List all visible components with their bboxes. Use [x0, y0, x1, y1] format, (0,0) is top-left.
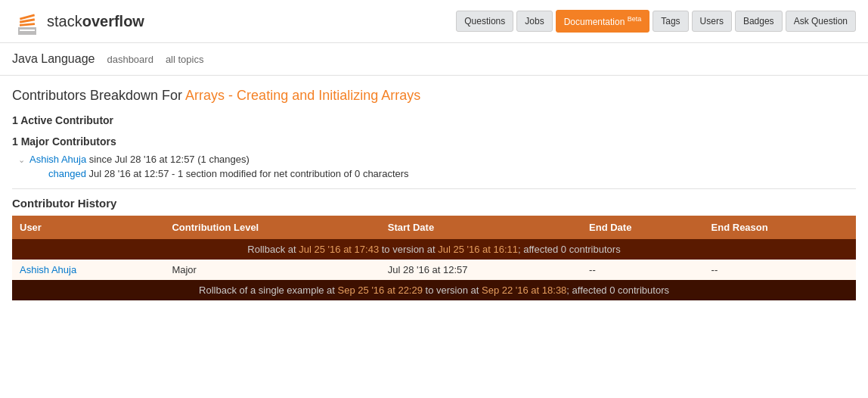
- nav-badges[interactable]: Badges: [735, 11, 783, 32]
- major-contributors-label: 1 Major Contributors: [12, 135, 856, 148]
- nav-documentation[interactable]: Documentation Beta: [556, 10, 650, 33]
- event-text-2a: Rollback of a single example at: [199, 285, 338, 296]
- logo-area: stackoverflow: [12, 6, 144, 36]
- nav-buttons: Questions Jobs Documentation Beta Tags U…: [456, 10, 856, 33]
- event-row-2: Rollback of a single example at Sep 25 '…: [12, 280, 856, 300]
- change-detail: changed Jul 28 '16 at 12:57 - 1 section …: [48, 168, 856, 179]
- table-body: Rollback at Jul 25 '16 at 17:43 to versi…: [12, 239, 856, 300]
- subnav-title: Java Language: [12, 52, 95, 66]
- history-heading: Contributor History: [12, 188, 856, 210]
- table-header: User Contribution Level Start Date End D…: [12, 216, 856, 239]
- page-title: Contributors Breakdown For Arrays - Crea…: [12, 88, 856, 104]
- event-link-1a[interactable]: Jul 25 '16 at 17:43: [299, 244, 379, 255]
- header-row: User Contribution Level Start Date End D…: [12, 216, 856, 239]
- nav-ask-question[interactable]: Ask Question: [786, 11, 856, 32]
- cell-end-reason: --: [704, 260, 856, 280]
- nav-jobs[interactable]: Jobs: [516, 11, 552, 32]
- contributor-meta: since Jul 28 '16 at 12:57 (1 changes): [89, 154, 250, 165]
- main-content: Contributors Breakdown For Arrays - Crea…: [0, 76, 868, 312]
- logo-stack: stack: [47, 13, 82, 30]
- active-contributors-section: 1 Active Contributor: [12, 114, 856, 126]
- cell-user: Ashish Ahuja: [12, 260, 164, 280]
- col-end-date: End Date: [581, 216, 704, 239]
- contributor-history-table: User Contribution Level Start Date End D…: [12, 216, 856, 300]
- data-row-1: Ashish Ahuja Major Jul 28 '16 at 12:57 -…: [12, 260, 856, 280]
- svg-rect-2: [20, 23, 35, 26]
- subnav-all-topics[interactable]: all topics: [166, 54, 204, 65]
- nav-users[interactable]: Users: [692, 11, 732, 32]
- contributor-details: Ashish Ahuja since Jul 28 '16 at 12:57 (…: [29, 154, 250, 165]
- contributor-name[interactable]: Ashish Ahuja: [29, 154, 86, 165]
- cell-end-date: --: [581, 260, 704, 280]
- nav-tags[interactable]: Tags: [653, 11, 688, 32]
- contributor-item: ⌄ Ashish Ahuja since Jul 28 '16 at 12:57…: [18, 154, 856, 165]
- user-link[interactable]: Ashish Ahuja: [20, 264, 76, 275]
- title-link[interactable]: Arrays - Creating and Initializing Array…: [185, 88, 420, 103]
- svg-rect-0: [20, 27, 35, 30]
- svg-rect-1: [20, 31, 35, 33]
- cell-level: Major: [164, 260, 380, 280]
- event-text-1a: Rollback at: [247, 244, 299, 255]
- cell-start-date: Jul 28 '16 at 12:57: [380, 260, 581, 280]
- logo-text: stackoverflow: [47, 13, 144, 30]
- logo-icon: [12, 6, 42, 36]
- subnav: Java Language dashboard all topics: [0, 43, 868, 76]
- event-text-2b: to version at: [423, 285, 482, 296]
- subnav-dashboard[interactable]: dashboard: [107, 54, 153, 65]
- title-prefix: Contributors Breakdown For: [12, 88, 185, 103]
- header: stackoverflow Questions Jobs Documentati…: [0, 0, 868, 43]
- nav-questions[interactable]: Questions: [456, 11, 513, 32]
- active-contributors-label: 1 Active Contributor: [12, 114, 856, 126]
- event-link-1b[interactable]: Jul 25 '16 at 16:11: [438, 244, 518, 255]
- col-user: User: [12, 216, 164, 239]
- event-text-2c: ; affected 0 contributors: [566, 285, 669, 296]
- col-end-reason: End Reason: [704, 216, 856, 239]
- col-level: Contribution Level: [164, 216, 380, 239]
- event-link-2a[interactable]: Sep 25 '16 at 22:29: [338, 285, 423, 296]
- changed-link[interactable]: changed: [48, 168, 86, 179]
- event-text-1b: to version at: [379, 244, 438, 255]
- event-cell-1: Rollback at Jul 25 '16 at 17:43 to versi…: [12, 239, 856, 260]
- event-row-1: Rollback at Jul 25 '16 at 17:43 to versi…: [12, 239, 856, 260]
- event-link-2b[interactable]: Sep 22 '16 at 18:38: [482, 285, 566, 296]
- change-meta: Jul 28 '16 at 12:57 - 1 section modified…: [89, 168, 409, 179]
- col-start-date: Start Date: [380, 216, 581, 239]
- logo-overflow: overflow: [82, 13, 144, 30]
- major-contributors-section: 1 Major Contributors ⌄ Ashish Ahuja sinc…: [12, 135, 856, 179]
- event-cell-2: Rollback of a single example at Sep 25 '…: [12, 280, 856, 300]
- beta-badge: Beta: [628, 15, 642, 23]
- event-text-1c: ; affected 0 contributors: [518, 244, 621, 255]
- chevron-icon: ⌄: [18, 155, 25, 165]
